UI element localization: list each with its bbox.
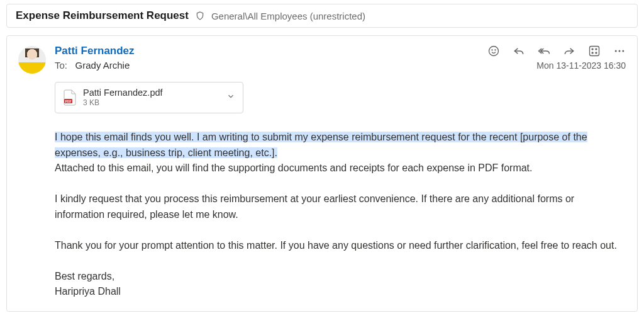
svg-point-8 [615,50,617,52]
svg-point-0 [489,47,499,56]
attachment-name: Patti Fernandez.pdf [83,88,220,98]
avatar[interactable] [18,46,46,74]
to-line: To: Grady Archie [55,60,130,71]
body-signature: Haripriya Dhall [55,284,626,300]
body-selected-text: I hope this email finds you well. I am w… [55,132,587,158]
apps-icon[interactable] [588,45,601,57]
from-name[interactable]: Patti Fernandez [55,45,135,57]
reply-all-icon[interactable] [538,45,550,57]
attachment-chip[interactable]: PDF Patti Fernandez.pdf 3 KB [55,82,243,113]
message-card: Patti Fernandez [6,35,638,312]
svg-point-2 [495,50,496,50]
email-body: I hope this email finds you well. I am w… [55,130,626,300]
attachment-size: 3 KB [83,98,220,107]
email-subject: Expense Reimbursement Request [16,9,189,22]
reply-icon[interactable] [513,45,525,57]
subject-bar: Expense Reimbursement Request General\Al… [6,4,638,28]
svg-point-10 [622,50,624,52]
svg-point-7 [596,52,597,54]
to-label: To: [55,60,67,71]
svg-text:PDF: PDF [65,99,71,103]
body-paragraph-1b: Attached to this email, you will find th… [55,162,533,173]
shield-icon [195,11,205,21]
svg-point-4 [592,48,593,50]
svg-point-5 [596,48,597,50]
sensitivity-label: General\All Employees (unrestricted) [211,11,365,21]
svg-point-1 [492,50,492,50]
received-timestamp: Mon 13-11-2023 16:30 [536,60,626,71]
message-actions [487,45,626,57]
body-paragraph-3: Thank you for your prompt attention to t… [55,238,626,254]
svg-point-9 [619,50,621,52]
svg-point-6 [592,52,593,54]
body-paragraph-2: I kindly request that you process this r… [55,191,626,223]
react-icon[interactable] [487,45,500,57]
body-signoff: Best regards, [55,269,626,285]
forward-icon[interactable] [563,45,575,57]
pdf-icon: PDF [63,89,77,106]
to-name[interactable]: Grady Archie [75,60,130,71]
svg-rect-3 [590,47,599,56]
chevron-down-icon[interactable] [226,92,235,103]
more-icon[interactable] [613,45,626,57]
